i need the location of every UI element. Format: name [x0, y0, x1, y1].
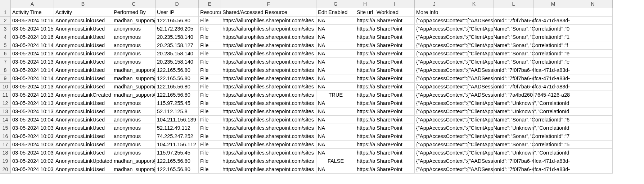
cell-C12[interactable]: anonymous [112, 99, 156, 107]
cell-N16[interactable] [573, 132, 613, 141]
column-header-A[interactable]: A [11, 0, 54, 8]
cell-N13[interactable] [573, 107, 613, 116]
cell-A19[interactable]: 03-05-2024 10:02 [11, 157, 54, 165]
cell-K19[interactable] [454, 157, 494, 165]
cell-A8[interactable]: 03-05-2024 10:14 [11, 66, 54, 74]
cell-C2[interactable]: madhan_support@ [112, 17, 156, 25]
row-header-5[interactable]: 5 [0, 41, 11, 50]
cell-J8[interactable]: {"AppAccessContext":{"AADSessionId":"7f0… [415, 66, 454, 74]
cell-N19[interactable] [573, 157, 613, 165]
cell-M5[interactable] [533, 41, 573, 50]
cell-E6[interactable]: File [199, 50, 221, 58]
cell-J10[interactable]: {"AppAccessContext":{"AADSessionId":"7f0… [415, 83, 454, 91]
cell-K14[interactable] [454, 116, 494, 124]
cell-G3[interactable]: NA [316, 25, 355, 33]
cell-E12[interactable]: File [199, 99, 221, 107]
cell-D3[interactable]: 52.172.236.205 [156, 25, 199, 33]
row-header-20[interactable]: 20 [0, 165, 11, 174]
cell-M7[interactable] [533, 58, 573, 66]
cell-N2[interactable] [573, 17, 613, 25]
cell-A7[interactable]: 03-05-2024 10:13 [11, 58, 54, 66]
cell-N7[interactable] [573, 58, 613, 66]
column-header-F[interactable]: F [221, 0, 316, 8]
cell-H17[interactable]: https://ai [355, 141, 375, 149]
column-header-J[interactable]: J [415, 0, 454, 8]
cell-B4[interactable]: AnonymousLinkUsed [54, 33, 112, 41]
row-header-16[interactable]: 16 [0, 132, 11, 141]
cell-C5[interactable]: anonymous [112, 41, 156, 50]
cell-A11[interactable]: 03-05-2024 10:13 [11, 91, 54, 99]
cell-K9[interactable] [454, 74, 494, 83]
cell-M10[interactable] [533, 83, 573, 91]
cell-F8[interactable]: https://ailurophiles.sharepoint.com/site… [221, 66, 316, 74]
cell-C19[interactable]: madhan_support@ [112, 157, 156, 165]
cell-D5[interactable]: 20.235.158.127 [156, 41, 199, 50]
column-header-B[interactable]: B [54, 0, 112, 8]
cell-H7[interactable]: https://ai [355, 58, 375, 66]
cell-D18[interactable]: 115.97.255.45 [156, 149, 199, 157]
row-header-1[interactable]: 1 [0, 8, 11, 17]
cell-H6[interactable]: https://ai [355, 50, 375, 58]
cell-H4[interactable]: https://ai [355, 33, 375, 41]
cell-D12[interactable]: 115.97.255.45 [156, 99, 199, 107]
cell-G5[interactable]: NA [316, 41, 355, 50]
cell-D10[interactable]: 122.165.56.80 [156, 83, 199, 91]
cell-A14[interactable]: 03-05-2024 10:04 [11, 116, 54, 124]
cell-E14[interactable]: File [199, 116, 221, 124]
cell-L15[interactable] [494, 124, 533, 132]
cell-C4[interactable]: anonymous [112, 33, 156, 41]
cell-F6[interactable]: https://ailurophiles.sharepoint.com/site… [221, 50, 316, 58]
cell-G13[interactable]: NA [316, 107, 355, 116]
cell-L11[interactable] [494, 91, 533, 99]
spreadsheet-grid[interactable]: ABCDEFGHIJKLMN1Activity TimeActivityPerf… [0, 0, 644, 174]
cell-K15[interactable] [454, 124, 494, 132]
column-header-C[interactable]: C [112, 0, 156, 8]
cell-C20[interactable]: madhan_support@ [112, 165, 156, 174]
cell-B18[interactable]: AnonymousLinkUsed [54, 149, 112, 157]
column-header-L[interactable]: L [494, 0, 533, 8]
cell-G9[interactable]: NA [316, 74, 355, 83]
cell-D13[interactable]: 52.112.125.8 [156, 107, 199, 116]
cell-D4[interactable]: 20.235.158.140 [156, 33, 199, 41]
cell-F10[interactable]: https://ailurophiles.sharepoint.com/site… [221, 83, 316, 91]
cell-N18[interactable] [573, 149, 613, 157]
cell-J12[interactable]: {"AppAccessContext":{"ClientAppName":"Un… [415, 99, 454, 107]
cell-M14[interactable] [533, 116, 573, 124]
cell-G12[interactable]: NA [316, 99, 355, 107]
cell-F16[interactable]: https://ailurophiles.sharepoint.com/site… [221, 132, 316, 141]
cell-I20[interactable]: SharePoint [375, 165, 415, 174]
cell-A9[interactable]: 03-05-2024 10:14 [11, 74, 54, 83]
cell-A18[interactable]: 03-05-2024 10:03 [11, 149, 54, 157]
row-header-12[interactable]: 12 [0, 99, 11, 107]
cell-H10[interactable]: https://ai [355, 83, 375, 91]
cell-J15[interactable]: {"AppAccessContext":{"ClientAppName":"Un… [415, 124, 454, 132]
cell-C6[interactable]: anonymous [112, 50, 156, 58]
cell-H14[interactable]: https://ai [355, 116, 375, 124]
cell-J14[interactable]: {"AppAccessContext":{"ClientAppName":"So… [415, 116, 454, 124]
cell-I12[interactable]: SharePoint [375, 99, 415, 107]
cell-I10[interactable]: SharePoint [375, 83, 415, 91]
cell-L9[interactable] [494, 74, 533, 83]
cell-K17[interactable] [454, 141, 494, 149]
cell-I19[interactable]: SharePoint [375, 157, 415, 165]
cell-M13[interactable] [533, 107, 573, 116]
cell-G2[interactable]: NA [316, 17, 355, 25]
row-header-11[interactable]: 11 [0, 91, 11, 99]
cell-B3[interactable]: AnonymousLinkUsed [54, 25, 112, 33]
header-cell-B[interactable]: Activity [54, 8, 112, 17]
cell-M20[interactable] [533, 165, 573, 174]
cell-E19[interactable]: File [199, 157, 221, 165]
header-cell-C[interactable]: Performed By [112, 8, 156, 17]
cell-J17[interactable]: {"AppAccessContext":{"ClientAppName":"So… [415, 141, 454, 149]
cell-C16[interactable]: anonymous [112, 132, 156, 141]
cell-K12[interactable] [454, 99, 494, 107]
cell-G16[interactable]: NA [316, 132, 355, 141]
cell-K13[interactable] [454, 107, 494, 116]
header-cell-L[interactable] [494, 8, 533, 17]
cell-L5[interactable] [494, 41, 533, 50]
cell-H13[interactable]: https://ai [355, 107, 375, 116]
cell-C8[interactable]: madhan_support@ [112, 66, 156, 74]
cell-L13[interactable] [494, 107, 533, 116]
cell-E9[interactable]: File [199, 74, 221, 83]
cell-M9[interactable] [533, 74, 573, 83]
